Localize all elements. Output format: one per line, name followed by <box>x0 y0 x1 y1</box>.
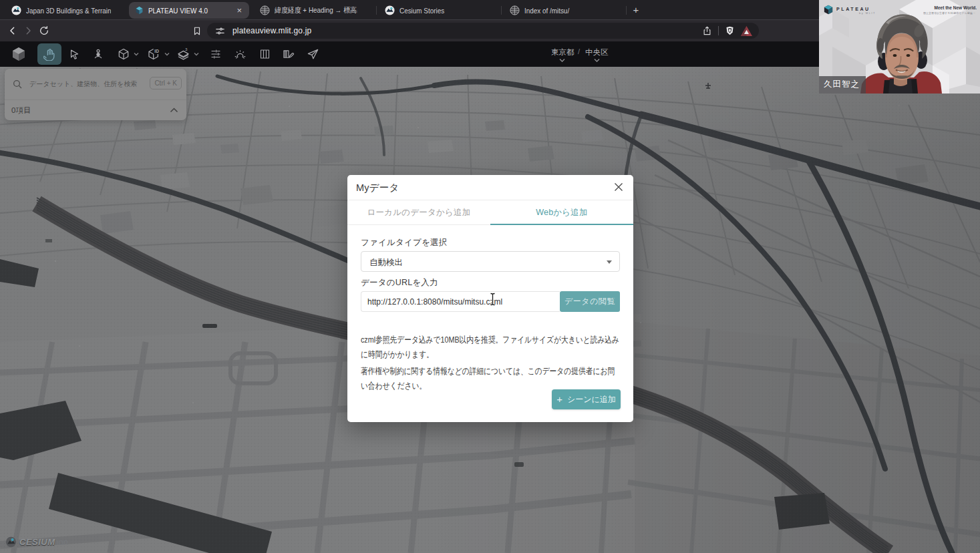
reload-icon <box>39 25 49 36</box>
browse-data-button[interactable]: データの閲覧 <box>560 291 620 312</box>
tab-separator <box>626 6 627 15</box>
pill-separator <box>718 26 719 35</box>
building-id-tool-button[interactable]: ID <box>143 41 174 67</box>
sketch-tool-button[interactable] <box>280 41 297 67</box>
tab-separator <box>376 6 377 15</box>
chevron-down-icon[interactable] <box>593 58 601 63</box>
chevron-down-icon <box>164 51 170 57</box>
tagline-subtext: 国土交通省が主導する3D都市モデル整備・活用プロジェクト <box>923 11 975 15</box>
breadcrumb-city[interactable]: 中央区 <box>585 47 609 57</box>
size-recommendation-note: czml参照先データ込みで10MB以内を推奨。ファイルサイズが大きいと読み込みに… <box>361 333 622 361</box>
webcam-overlay: PLATEAU by MLIT Meet the New World. 国土交通… <box>819 0 980 94</box>
plus-icon: + <box>556 393 562 405</box>
settings-tool-button[interactable] <box>207 41 224 67</box>
sliders-icon <box>210 48 222 60</box>
screen: データセット、建築物、住所を検索 Ctrl + K 0項目 <box>0 0 980 553</box>
cube-icon <box>117 47 130 61</box>
tab-title: Japan 3D Buildings & Terrain – Ces <box>26 7 111 15</box>
cesium-icon <box>385 5 395 15</box>
tab-geoid[interactable]: 緯度経度 + Heading → 標高/ジオイド <box>254 2 372 19</box>
tab-close-icon[interactable]: × <box>235 5 243 16</box>
site-settings-icon[interactable] <box>214 25 226 37</box>
text-cursor <box>488 292 497 307</box>
bookmark-icon <box>192 26 202 36</box>
copyright-note: 著作権や制約に関する情報などの詳細については、このデータの提供者にお問い合わせく… <box>361 364 622 393</box>
share-icon[interactable] <box>702 25 712 36</box>
plateau-logo-icon <box>824 5 833 15</box>
chevron-down-icon <box>193 51 200 57</box>
add-to-scene-label: シーンに追加 <box>567 394 616 405</box>
select-tool-button[interactable] <box>65 41 83 67</box>
modal-header: Myデータ <box>347 175 633 200</box>
back-arrow-icon <box>7 25 18 36</box>
map-pencil-icon <box>282 48 295 61</box>
shadow-tool-button[interactable] <box>231 41 249 67</box>
add-to-scene-button[interactable]: + シーンに追加 <box>552 389 621 409</box>
share-tool-button[interactable] <box>304 41 321 67</box>
reload-button[interactable] <box>36 20 52 41</box>
breadcrumb-separator: / <box>578 47 580 55</box>
plateau-brand-subtext: by MLIT <box>859 11 876 15</box>
data-url-input[interactable]: http://127.0.0.1:8080/mitsu/mitsu.czml <box>361 291 560 312</box>
paper-plane-icon <box>307 48 319 61</box>
map-book-icon <box>259 48 271 60</box>
layers-icon: 3 <box>176 47 190 61</box>
story-tool-button[interactable] <box>256 41 273 67</box>
plateau-icon <box>135 6 144 15</box>
tab-separator <box>501 6 502 15</box>
hand-icon <box>43 48 56 61</box>
file-type-select[interactable]: 自動検出 <box>361 251 620 272</box>
cursor-icon <box>69 49 80 60</box>
building-id-icon: ID <box>147 47 161 61</box>
bookmark-button[interactable] <box>190 20 204 41</box>
tab-title: 緯度経度 + Heading → 標高/ジオイド <box>275 5 357 15</box>
back-button[interactable] <box>5 20 20 41</box>
tab-index-of-mitsu[interactable]: Index of /mitsu/ <box>504 2 622 19</box>
tab-cesium-stories[interactable]: Cesium Stories <box>379 2 497 19</box>
breadcrumb: 東京都 / 中央区 <box>534 41 621 67</box>
cube-tool-button[interactable] <box>114 41 143 67</box>
cesium-icon <box>5 536 17 548</box>
bat-rewards-icon[interactable] <box>741 26 752 36</box>
data-url-label: データのURLを入力 <box>361 277 438 289</box>
globe-icon <box>510 5 520 15</box>
globe-icon <box>260 5 270 15</box>
tagline-text: Meet the New World. <box>923 5 977 10</box>
chevron-down-icon[interactable] <box>558 58 566 63</box>
cesium-ion-attribution[interactable]: CESIUMion <box>5 536 68 548</box>
svg-text:ID: ID <box>154 49 159 53</box>
brave-shield-icon[interactable] <box>725 25 735 36</box>
tab-add-from-local[interactable]: ローカルのデータから追加 <box>347 200 490 224</box>
hand-tool-button[interactable] <box>37 43 61 65</box>
pedestrian-icon <box>92 48 104 61</box>
tab-title: Index of /mitsu/ <box>524 7 607 15</box>
modal-tabs: ローカルのデータから追加 Webから追加 <box>347 200 633 225</box>
address-bar[interactable]: plateauview.mlit.go.jp <box>207 23 759 39</box>
file-type-label: ファイルタイプを選択 <box>361 237 447 248</box>
cesium-icon <box>11 5 21 15</box>
breadcrumb-prefecture[interactable]: 東京都 <box>551 47 575 57</box>
close-button[interactable] <box>613 181 625 193</box>
modal-title: Myデータ <box>356 182 399 194</box>
url-text: plateauview.mlit.go.jp <box>232 26 311 35</box>
sunrise-icon <box>234 48 247 61</box>
tab-title: PLATEAU VIEW 4.0 <box>148 7 222 15</box>
file-type-value: 自動検出 <box>369 257 403 268</box>
plateau-tagline: Meet the New World. 国土交通省が主導する3D都市モデル整備・… <box>923 5 977 15</box>
select-caret-icon <box>607 260 612 264</box>
forward-arrow-icon <box>23 25 33 36</box>
tab-japan-3d-buildings[interactable]: Japan 3D Buildings & Terrain – Ces <box>5 2 126 19</box>
tab-plateau-view[interactable]: PLATEAU VIEW 4.0 × <box>129 2 249 19</box>
speaker-name-badge: 久田智之 <box>819 76 866 94</box>
cesium-brand-text: CESIUM <box>19 537 55 547</box>
tab-add-from-web[interactable]: Webから追加 <box>490 200 633 224</box>
tab-title: Cesium Stories <box>399 7 482 15</box>
new-tab-button[interactable]: + <box>629 3 643 17</box>
cesium-ion-text: ion <box>57 537 68 547</box>
plateau-logo <box>11 41 27 67</box>
chevron-down-icon <box>133 51 140 57</box>
forward-button[interactable] <box>21 20 35 41</box>
pedestrian-tool-button[interactable] <box>90 41 107 67</box>
data-url-value: http://127.0.0.1:8080/mitsu/mitsu.czml <box>367 297 502 307</box>
layers-tool-button[interactable]: 3 <box>172 41 203 67</box>
